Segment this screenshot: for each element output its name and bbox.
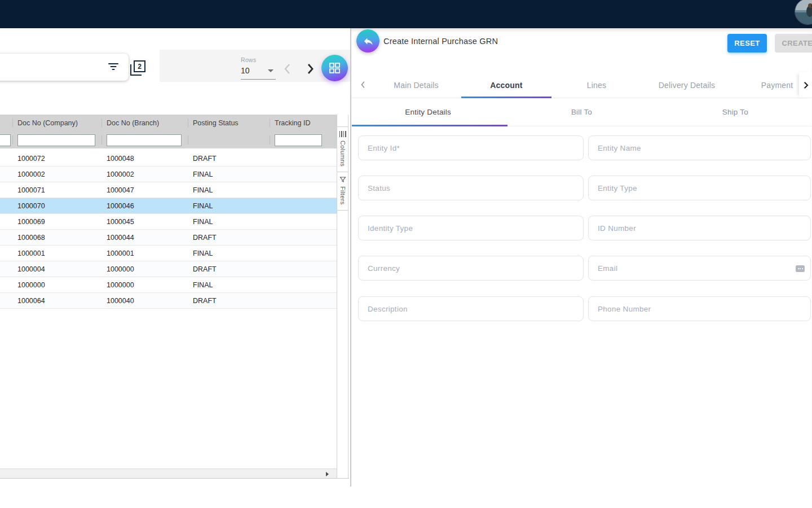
phone-number-field-wrap (588, 296, 811, 321)
filters-side-tab[interactable]: Filters (337, 172, 348, 211)
columns-side-tab[interactable]: Columns (337, 127, 348, 172)
tracking-id-cell (270, 198, 337, 213)
column-header[interactable] (0, 115, 12, 132)
rows-per-page-select[interactable]: Rows 10 (241, 56, 276, 80)
filters-side-tab-label: Filters (339, 186, 346, 205)
entity-name-field-wrap (588, 135, 811, 160)
tab-lines[interactable]: Lines (551, 72, 642, 98)
identity-type-field-wrap (358, 216, 584, 240)
user-avatar[interactable] (795, 0, 812, 25)
posting-status-cell: DRAFT (188, 151, 270, 166)
id-number-input[interactable] (589, 216, 810, 240)
posting-status-cell: DRAFT (188, 230, 270, 245)
table-row[interactable]: 1000064 1000040 DRAFT (0, 293, 337, 309)
entity-type-input[interactable] (589, 176, 810, 200)
entity-id-field-wrap (358, 135, 584, 160)
subtab-entity-details[interactable]: Entity Details (351, 98, 505, 126)
avatar-photo (795, 0, 812, 25)
table-row[interactable]: 1000000 1000000 FINAL (0, 277, 337, 293)
tabs-scroll-left-button[interactable] (358, 80, 369, 91)
entity-id-input[interactable] (359, 136, 583, 160)
chevron-right-icon (304, 62, 316, 76)
tracking-id-cell (270, 261, 337, 277)
email-input[interactable] (589, 256, 810, 280)
filter-input-tracking-id[interactable] (275, 134, 322, 146)
currency-input[interactable] (359, 256, 583, 280)
filter-count-icon[interactable]: 2 (130, 60, 145, 76)
back-button[interactable] (356, 29, 379, 52)
currency-field-wrap (358, 256, 584, 281)
table-row[interactable]: 1000001 1000001 FINAL (0, 246, 337, 261)
list-panel: 2 Rows 10 (0, 28, 350, 508)
email-field-wrap (588, 256, 811, 281)
doc-no-branch-cell: 1000001 (102, 246, 188, 261)
table-row[interactable]: 1000071 1000047 FINAL (0, 182, 337, 198)
tracking-id-cell (270, 246, 337, 261)
scroll-right-button[interactable] (323, 469, 332, 479)
subtab-ship-to[interactable]: Ship To (659, 98, 812, 126)
table-side-strip: Columns Filters (337, 115, 348, 478)
tracking-id-cell (270, 293, 337, 308)
table-row[interactable]: 1000068 1000044 DRAFT (0, 230, 337, 246)
table-filter-row (0, 132, 337, 148)
doc-no-company-cell: 1000064 (12, 293, 102, 308)
posting-status-cell: FINAL (188, 214, 270, 229)
doc-no-company-cell: 1000070 (12, 198, 102, 213)
panel-divider (350, 28, 351, 487)
tabs-scroll-right-button[interactable] (799, 72, 812, 98)
column-header-tracking-id[interactable]: Tracking ID (270, 115, 337, 132)
filter-list-icon[interactable] (108, 63, 118, 71)
column-header-doc-no-branch[interactable]: Doc No (Branch) (102, 115, 188, 132)
doc-no-company-cell: 1000000 (12, 277, 102, 292)
doc-no-company-cell: 1000001 (12, 246, 102, 261)
phone-number-input[interactable] (589, 297, 810, 321)
table-row[interactable]: 1000069 1000045 FINAL (0, 214, 337, 230)
filter-input-doc-no-company[interactable] (17, 134, 95, 146)
filter-input-first[interactable] (0, 134, 11, 146)
tracking-id-cell (270, 230, 337, 245)
tab-main-details[interactable]: Main Details (371, 72, 461, 98)
tab-delivery-details[interactable]: Delivery Details (642, 72, 732, 98)
doc-no-company-cell: 1000072 (12, 151, 102, 166)
filter-cell-posting-status (188, 132, 270, 148)
chevron-left-icon (358, 80, 368, 90)
entity-name-input[interactable] (589, 136, 810, 160)
table-row[interactable]: 1000002 1000002 FINAL (0, 167, 337, 182)
table-row[interactable]: 1000072 1000048 DRAFT (0, 151, 337, 167)
status-input[interactable] (359, 176, 583, 200)
search-box[interactable] (0, 54, 129, 81)
grid-view-button[interactable] (321, 55, 348, 81)
filter-input-doc-no-branch[interactable] (107, 134, 182, 146)
description-input[interactable] (359, 297, 583, 321)
identity-type-input[interactable] (359, 216, 583, 240)
posting-status-cell: DRAFT (188, 261, 270, 277)
dropdown-caret-icon (268, 69, 273, 72)
reset-button[interactable]: RESET (727, 34, 767, 52)
doc-no-branch-cell: 1000044 (102, 230, 188, 245)
id-number-field-wrap (588, 216, 811, 240)
back-arrow-icon (363, 36, 374, 47)
column-header-posting-status[interactable]: Posting Status (188, 115, 270, 132)
scroll-right-arrow-icon (326, 472, 329, 476)
tracking-id-cell (270, 277, 337, 292)
column-header-doc-no-company[interactable]: Doc No (Company) (12, 115, 102, 132)
subtab-bill-to[interactable]: Bill To (505, 98, 658, 126)
grid-icon (328, 62, 341, 75)
next-page-button[interactable] (304, 62, 316, 76)
posting-status-cell: FINAL (188, 198, 270, 213)
table-row-selected[interactable]: 1000070 1000046 FINAL (0, 198, 337, 214)
horizontal-scrollbar[interactable] (0, 468, 337, 478)
side-strip-spacer (337, 115, 348, 127)
previous-page-button[interactable] (281, 62, 294, 76)
tracking-id-cell (270, 167, 337, 182)
table-row[interactable]: 1000004 1000000 DRAFT (0, 261, 337, 277)
app-window: 2 Rows 10 (0, 0, 812, 508)
active-subtab-underline (352, 125, 508, 126)
autofill-icon[interactable] (796, 265, 805, 272)
tab-account[interactable]: Account (461, 72, 551, 98)
doc-no-branch-cell: 1000002 (102, 167, 188, 182)
doc-no-company-cell: 1000069 (12, 214, 102, 229)
doc-no-company-cell: 1000004 (12, 261, 102, 277)
doc-no-branch-cell: 1000045 (102, 214, 188, 229)
posting-status-cell: FINAL (188, 182, 270, 198)
